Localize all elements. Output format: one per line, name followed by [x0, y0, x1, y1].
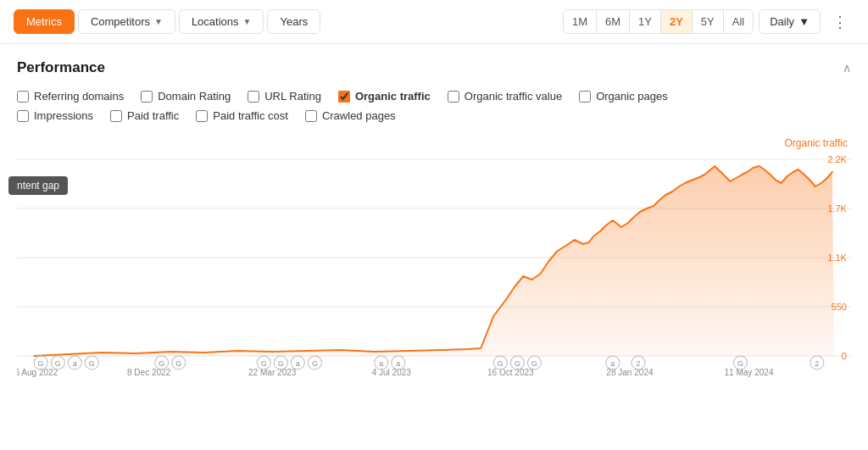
checkbox-impressions[interactable]: Impressions — [17, 109, 93, 122]
time-1y-button[interactable]: 1Y — [630, 10, 661, 33]
performance-header: Performance ∧ — [17, 59, 851, 76]
top-nav: Metrics Competitors ▼ Locations ▼ Years … — [0, 0, 868, 44]
collapse-button[interactable]: ∧ — [843, 61, 851, 75]
competitors-button[interactable]: Competitors ▼ — [78, 9, 175, 34]
svg-text:2: 2 — [815, 359, 819, 368]
checkbox-domain-rating[interactable]: Domain Rating — [141, 90, 231, 103]
checkbox-crawled-pages[interactable]: Crawled pages — [305, 109, 396, 122]
checkbox-organic-traffic[interactable]: Organic traffic — [338, 90, 431, 103]
content-gap-badge: ntent gap — [8, 176, 68, 195]
time-1m-button[interactable]: 1M — [564, 10, 597, 33]
svg-text:G: G — [498, 359, 504, 368]
checkbox-organic-pages[interactable]: Organic pages — [579, 90, 668, 103]
svg-text:0: 0 — [842, 351, 847, 361]
checkbox-paid-traffic[interactable]: Paid traffic — [110, 109, 179, 122]
time-2y-button[interactable]: 2Y — [661, 10, 693, 33]
svg-text:a: a — [396, 359, 400, 368]
time-range-group: 1M 6M 1Y 2Y 5Y All — [563, 9, 754, 34]
svg-text:G: G — [89, 359, 95, 368]
time-all-button[interactable]: All — [724, 10, 753, 33]
locations-button[interactable]: Locations ▼ — [179, 9, 264, 34]
svg-text:a: a — [610, 359, 615, 368]
svg-text:a: a — [73, 359, 77, 368]
performance-section: Performance ∧ Referring domains Domain R… — [0, 44, 868, 137]
svg-text:2: 2 — [636, 359, 640, 368]
nav-left: Metrics Competitors ▼ Locations ▼ Years — [14, 9, 320, 34]
time-6m-button[interactable]: 6M — [597, 10, 630, 33]
svg-text:a: a — [379, 359, 383, 368]
chevron-down-icon: ▼ — [798, 15, 810, 28]
checkbox-row-1: Referring domains Domain Rating URL Rati… — [17, 90, 851, 103]
metrics-button[interactable]: Metrics — [14, 9, 75, 34]
more-options-button[interactable]: ⋮ — [826, 8, 854, 36]
svg-text:4 Jul 2023: 4 Jul 2023 — [372, 368, 412, 377]
svg-text:G: G — [531, 359, 537, 368]
svg-text:G: G — [55, 359, 61, 368]
svg-text:11 May 2024: 11 May 2024 — [724, 368, 773, 377]
svg-text:G: G — [278, 359, 284, 368]
chart-container: ntent gap 2.2K 1.7K 1.1K 550 0 — [17, 151, 851, 380]
chevron-down-icon: ▼ — [243, 17, 252, 26]
performance-title: Performance — [17, 59, 105, 76]
chart-area: Organic traffic ntent gap 2.2K 1.7K 1.1K… — [0, 137, 868, 380]
svg-text:G: G — [38, 359, 44, 368]
svg-text:G: G — [737, 359, 743, 368]
svg-text:G: G — [261, 359, 267, 368]
svg-text:2.2K: 2.2K — [827, 154, 847, 164]
time-5y-button[interactable]: 5Y — [693, 10, 724, 33]
svg-text:G: G — [159, 359, 164, 368]
organic-traffic-chart: 2.2K 1.7K 1.1K 550 0 26 Aug 2022 8 Dec 2… — [17, 151, 851, 380]
nav-right: 1M 6M 1Y 2Y 5Y All Daily ▼ ⋮ — [563, 8, 854, 36]
checkbox-referring-domains[interactable]: Referring domains — [17, 90, 124, 103]
daily-dropdown-button[interactable]: Daily ▼ — [759, 9, 821, 34]
organic-traffic-chart-label: Organic traffic — [17, 137, 851, 149]
svg-text:G: G — [515, 359, 520, 368]
svg-text:a: a — [296, 359, 300, 368]
years-button[interactable]: Years — [267, 9, 320, 34]
svg-text:26 Aug 2022: 26 Aug 2022 — [17, 368, 58, 377]
chevron-down-icon: ▼ — [154, 17, 163, 26]
svg-text:G: G — [175, 359, 181, 368]
svg-text:G: G — [312, 359, 318, 368]
svg-text:22 Mar 2023: 22 Mar 2023 — [248, 368, 297, 377]
checkbox-paid-traffic-cost[interactable]: Paid traffic cost — [196, 109, 288, 122]
checkbox-organic-traffic-value[interactable]: Organic traffic value — [448, 90, 562, 103]
checkbox-row-2: Impressions Paid traffic Paid traffic co… — [17, 109, 851, 122]
svg-text:16 Oct 2023: 16 Oct 2023 — [487, 368, 534, 377]
checkbox-url-rating[interactable]: URL Rating — [248, 90, 321, 103]
